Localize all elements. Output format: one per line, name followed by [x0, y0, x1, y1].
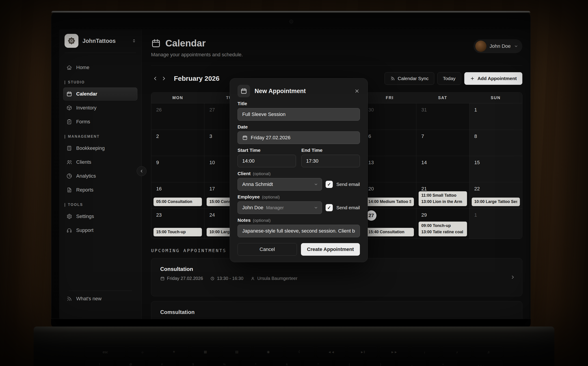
event-pill[interactable]: 15:40 Consultation [366, 228, 414, 236]
month-label: February 2026 [174, 75, 219, 82]
calendar-cell[interactable]: 1 [469, 208, 522, 239]
delete-key: delete [460, 360, 503, 366]
sidebar-item-home[interactable]: Home [63, 61, 137, 74]
page-header-left: Calendar Manage your appointments and sc… [151, 38, 243, 58]
event-pill[interactable]: 14:00 Medium Tattoo Session [366, 198, 414, 206]
create-appointment-button[interactable]: Create Appointment [301, 243, 360, 256]
title-input[interactable]: Full Sleeve Session [238, 108, 360, 121]
start-time-input[interactable]: 14:00 [238, 155, 296, 167]
calendar-cell[interactable]: 2014:00 Medium Tattoo Session [363, 182, 416, 208]
focus: ☾ [285, 346, 314, 358]
calendar-cell[interactable]: 8 [469, 130, 522, 156]
rewind: ◄◄ [317, 346, 346, 358]
notes-value: Japanese-style full sleeve, second sessi… [242, 228, 355, 234]
event-pill[interactable]: 09:00 Tonch-up13:00 Tatie ratine coal [419, 221, 467, 236]
sidebar-item-reports[interactable]: Reports [63, 183, 137, 197]
appointment-title: Consultation [160, 266, 513, 272]
event-line: 15:40 Consultation [368, 229, 411, 235]
notes-input[interactable]: Japanese-style full sleeve, second sessi… [238, 225, 360, 237]
calendar-cell[interactable]: 1 [469, 103, 522, 130]
add-appointment-button[interactable]: Add Appointment [464, 72, 522, 85]
whats-new-link[interactable]: What's new [63, 292, 137, 305]
sidebar-item-clients[interactable]: Clients [63, 156, 137, 169]
today-button[interactable]: Today [437, 72, 461, 85]
employee-row: John Doe Manager ✓ Send email [238, 201, 360, 214]
calendar-cell[interactable]: 2315:00 Touch-up [151, 208, 204, 239]
sidebar-collapse-button[interactable] [137, 166, 147, 176]
sidebar-item-analytics[interactable]: Analytics [63, 169, 137, 183]
calendar-cell[interactable]: 2111:00 Small Tattoo13:00 Lion in the Ar… [416, 182, 469, 208]
calendar-cell[interactable]: 9 [151, 156, 204, 182]
key-symbol: * [318, 363, 319, 366]
user-menu[interactable]: John Doe [474, 39, 522, 53]
calendar-icon [242, 135, 248, 140]
sidebar-item-calendar[interactable]: Calendar [63, 87, 137, 100]
client-select[interactable]: Anna Schmidt [238, 178, 322, 191]
key-=: += [429, 360, 457, 366]
client-send-email-label: Send email [336, 182, 360, 187]
event-pill[interactable]: 10:00 Large Tattoo Session [472, 198, 520, 206]
employee-select[interactable]: John Doe Manager [238, 201, 322, 214]
end-time-input[interactable]: 17:30 [301, 155, 360, 167]
sidebar-item-label: Support [76, 227, 93, 233]
calendar-cell[interactable]: 2210:00 Large Tattoo Session [469, 182, 522, 208]
avatar [475, 41, 486, 52]
section-bar [65, 81, 65, 84]
section-bar [65, 135, 65, 139]
sidebar-item-bookkeeping[interactable]: Bookkeeping [63, 142, 137, 155]
calendar-cell[interactable]: 2715:40 Consultation [363, 208, 416, 239]
today-label: Today [443, 76, 455, 81]
calendar-cell[interactable]: 15 [469, 156, 522, 182]
key-symbol: ^ [255, 363, 256, 366]
sidebar-item-settings[interactable]: Settings [63, 210, 137, 223]
end-time-value: 17:30 [306, 158, 318, 164]
date-value: Friday 27.02.2026 [251, 135, 290, 141]
calendar-cell[interactable]: 6 [363, 130, 416, 156]
employee-send-email-checkbox[interactable]: ✓ [326, 204, 333, 211]
calendar-cell[interactable]: 2909:00 Tonch-up13:00 Tatie ratine coal [416, 208, 469, 239]
calendar-cell[interactable]: 2 [151, 130, 204, 156]
employee-label: Employee [238, 194, 260, 200]
event-line: 05:00 Consultation [156, 199, 199, 205]
next-month-button[interactable] [160, 74, 168, 83]
sidebar-item-inventory[interactable]: Inventory [63, 101, 137, 114]
events: 09:00 Tonch-up13:00 Tatie ratine coal [419, 221, 467, 236]
title-field-label: Title [238, 101, 360, 106]
appointment-title: Comsultation [160, 309, 513, 315]
event-pill[interactable]: 05:00 Consultation [154, 198, 202, 206]
client-send-email-checkbox[interactable]: ✓ [326, 181, 333, 188]
appointment-card[interactable]: ConsultationFriday 27.02.202613:30 - 16:… [151, 258, 522, 296]
meta-item: Ursula Baumgerteer [251, 276, 297, 281]
calendar-cell[interactable]: 1605:00 Consultation [151, 182, 204, 208]
previous-month-button[interactable] [151, 74, 160, 83]
cancel-button[interactable]: Cancel [238, 243, 297, 256]
laptop-keyboard-deck: esc☼☀▦▤◉☾◄◄►‖►►♩♪♫ !1@2#3$4%5^6&7*8(9)0_… [34, 327, 554, 366]
date-number: 27 [209, 107, 215, 113]
events: 11:00 Small Tattoo13:00 Lion in the Arm [419, 191, 467, 206]
event-pill[interactable]: 11:00 Small Tattoo13:00 Lion in the Arm [419, 191, 467, 206]
sidebar-item-support[interactable]: Support [63, 224, 137, 237]
client-value: Anna Schmidt [242, 182, 273, 187]
date-input[interactable]: Friday 27.02.2026 [238, 131, 360, 144]
sidebar-item-label: Clients [76, 159, 91, 165]
calendar-cell[interactable]: 26 [151, 103, 204, 130]
key-symbol: & [286, 363, 288, 366]
meta-item: 13:30 - 16:30 [210, 276, 243, 281]
calendar-cell[interactable]: 31 [416, 103, 469, 130]
calendar-icon [160, 276, 165, 281]
home-icon [66, 65, 72, 70]
calendar-cell[interactable]: 13 [363, 156, 416, 182]
calendar-cell[interactable]: 14 [416, 156, 469, 182]
close-icon[interactable] [354, 88, 360, 94]
workspace-switcher[interactable]: JohnTattoos [59, 29, 141, 51]
toolbar-actions: Calendar Sync Today Add Appointment [385, 72, 522, 85]
sidebar-item-forms[interactable]: Forms [63, 115, 137, 128]
calendar-cell[interactable]: 7 [416, 130, 469, 156]
event-pill[interactable]: 15:00 Touch-up [154, 228, 202, 236]
calendar-cell[interactable]: 30 [363, 103, 416, 130]
date-number: 1 [474, 212, 477, 218]
appointment-card[interactable]: Comsultation [151, 301, 522, 319]
upcoming-list: ConsultationFriday 27.02.202613:30 - 16:… [151, 258, 522, 319]
calendar-sync-button[interactable]: Calendar Sync [385, 72, 434, 85]
mission-control: ▦ [191, 346, 220, 358]
